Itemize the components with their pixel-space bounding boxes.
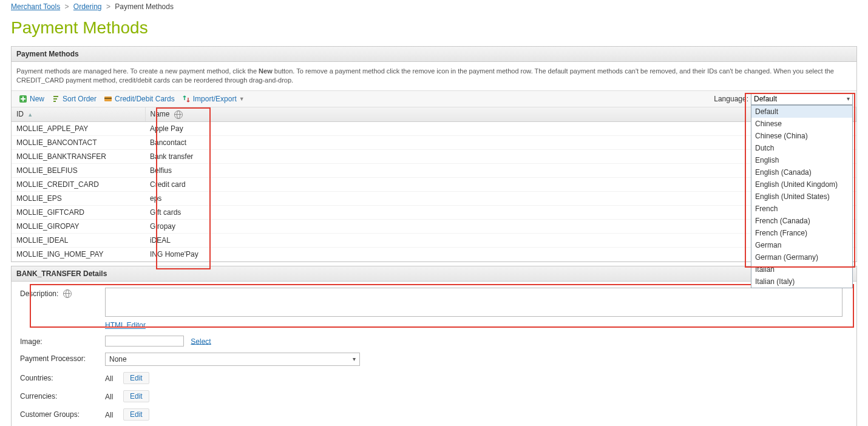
sort-asc-icon: ▲ — [27, 112, 33, 118]
sort-icon — [52, 95, 60, 103]
panel-desc-new: New — [259, 67, 273, 75]
sort-label: Sort Order — [63, 95, 97, 103]
credit-debit-cards-button[interactable]: Credit/Debit Cards — [100, 93, 178, 104]
cell-name: Giropay — [145, 219, 856, 233]
page-title: Payment Methods — [11, 18, 857, 38]
payment-processor-label: Payment Processor: — [20, 353, 105, 363]
language-option[interactable]: English (United Kingdom) — [751, 178, 852, 191]
language-select[interactable]: Default — [751, 93, 853, 105]
cell-name: eps — [145, 191, 856, 205]
countries-edit-button[interactable]: Edit — [123, 372, 149, 384]
cell-id: MOLLIE_BANCONTACT — [12, 135, 145, 149]
cell-id: MOLLIE_BELFIUS — [12, 163, 145, 177]
cell-id: MOLLIE_GIFTCARD — [12, 205, 145, 219]
toolbar: New Sort Order Credit/Debit Cards Import… — [12, 90, 856, 107]
payment-processor-select[interactable]: None — [105, 353, 360, 366]
language-selected-value: Default — [754, 95, 777, 103]
language-option[interactable]: German (Germany) — [751, 251, 852, 263]
panel-desc: Payment methods are managed here. To cre… — [12, 62, 856, 90]
card-icon — [104, 95, 112, 103]
description-wrap: HTML Editor — [105, 288, 843, 330]
column-id-header[interactable]: ID ▲ — [12, 107, 145, 121]
panel-header: Payment Methods — [12, 47, 856, 62]
cell-id: MOLLIE_ING_HOME_PAY — [12, 247, 145, 261]
breadcrumb: Merchant Tools > Ordering > Payment Meth… — [0, 0, 868, 13]
cards-label: Credit/Debit Cards — [115, 95, 175, 103]
globe-icon — [63, 289, 72, 298]
table-row[interactable]: MOLLIE_APPLE_PAYApple Pay — [12, 122, 856, 136]
breadcrumb-current: Payment Methods — [115, 2, 174, 11]
customer-groups-edit-button[interactable]: Edit — [123, 408, 149, 421]
payment-processor-row: Payment Processor: None — [20, 353, 848, 366]
details-header: BANK_TRANSFER Details — [12, 266, 856, 282]
cell-name: ING Home'Pay — [145, 247, 856, 261]
table-row[interactable]: MOLLIE_GIROPAYGiropay — [12, 219, 856, 233]
cell-name: Bancontact — [145, 135, 856, 149]
cell-id: MOLLIE_CREDIT_CARD — [12, 177, 145, 191]
language-label: Language: — [714, 95, 748, 103]
image-row: Image: Select — [20, 336, 848, 347]
image-input[interactable] — [105, 336, 184, 347]
language-option[interactable]: Italian — [751, 263, 852, 276]
language-option[interactable]: Chinese — [751, 118, 852, 130]
description-label: Description: — [20, 288, 105, 299]
breadcrumb-sep: > — [104, 2, 113, 11]
currencies-row: Currencies: All Edit — [20, 390, 848, 402]
cell-name: Bank transfer — [145, 149, 856, 163]
svg-rect-2 — [104, 98, 112, 99]
language-option[interactable]: French (Canada) — [751, 215, 852, 227]
table-row[interactable]: MOLLIE_BANKTRANSFERBank transfer — [12, 149, 856, 163]
description-row: Description: HTML Editor — [20, 288, 848, 330]
import-export-button[interactable]: Import/Export ▼ — [178, 93, 248, 104]
breadcrumb-sep: > — [63, 2, 72, 11]
language-option[interactable]: French (France) — [751, 227, 852, 239]
table-row[interactable]: MOLLIE_EPSeps — [12, 191, 856, 205]
language-option[interactable]: English — [751, 154, 852, 166]
table-row[interactable]: MOLLIE_GIFTCARDGift cards — [12, 205, 856, 219]
table-row[interactable]: MOLLIE_BANCONTACTBancontact — [12, 135, 856, 149]
language-option[interactable]: German — [751, 239, 852, 251]
language-dropdown[interactable]: DefaultChineseChinese (China)DutchEnglis… — [751, 105, 853, 288]
table-row[interactable]: MOLLIE_IDEALiDEAL — [12, 233, 856, 247]
breadcrumb-ordering[interactable]: Ordering — [73, 2, 102, 11]
countries-label: Countries: — [20, 372, 105, 382]
payment-methods-grid: ID ▲ Name MOLLIE_APPLE_PAYApple PayMOLLI… — [12, 107, 856, 262]
column-name-header[interactable]: Name — [145, 107, 856, 121]
sort-order-button[interactable]: Sort Order — [48, 93, 100, 104]
panel-desc-prefix: Payment methods are managed here. To cre… — [16, 67, 259, 75]
cell-name: iDEAL — [145, 233, 856, 247]
cell-id: MOLLIE_IDEAL — [12, 233, 145, 247]
language-option[interactable]: Chinese (China) — [751, 130, 852, 142]
details-panel: BANK_TRANSFER Details Description: HTML … — [11, 266, 857, 426]
language-option[interactable]: Dutch — [751, 142, 852, 154]
language-option[interactable]: Italian (Italy) — [751, 276, 852, 288]
breadcrumb-merchant-tools[interactable]: Merchant Tools — [11, 2, 60, 11]
countries-row: Countries: All Edit — [20, 372, 848, 384]
language-option[interactable]: French — [751, 203, 852, 215]
table-row[interactable]: MOLLIE_BELFIUSBelfius — [12, 163, 856, 177]
image-select-link[interactable]: Select — [191, 337, 211, 345]
language-option[interactable]: English (Canada) — [751, 166, 852, 178]
table-row[interactable]: MOLLIE_ING_HOME_PAYING Home'Pay — [12, 247, 856, 261]
customer-groups-row: Customer Groups: All Edit — [20, 408, 848, 421]
payment-processor-value: None — [109, 355, 127, 363]
currencies-edit-button[interactable]: Edit — [123, 390, 149, 402]
currencies-label: Currencies: — [20, 390, 105, 401]
new-button[interactable]: New — [15, 93, 48, 104]
table-row[interactable]: MOLLIE_CREDIT_CARDCredit card — [12, 177, 856, 191]
cell-name: Credit card — [145, 177, 856, 191]
import-export-icon — [182, 95, 191, 103]
globe-icon — [174, 110, 183, 119]
cell-id: MOLLIE_APPLE_PAY — [12, 122, 145, 136]
description-textarea[interactable] — [105, 288, 843, 317]
cell-id: MOLLIE_BANKTRANSFER — [12, 149, 145, 163]
html-editor-link[interactable]: HTML Editor — [105, 321, 146, 330]
cell-id: MOLLIE_EPS — [12, 191, 145, 205]
cell-name: Belfius — [145, 163, 856, 177]
customer-groups-label: Customer Groups: — [20, 408, 105, 419]
language-option[interactable]: Default — [751, 106, 852, 118]
cell-name: Apple Pay — [145, 122, 856, 136]
currencies-all: All — [105, 390, 117, 401]
column-id-text: ID — [16, 110, 24, 118]
language-option[interactable]: English (United States) — [751, 191, 852, 203]
